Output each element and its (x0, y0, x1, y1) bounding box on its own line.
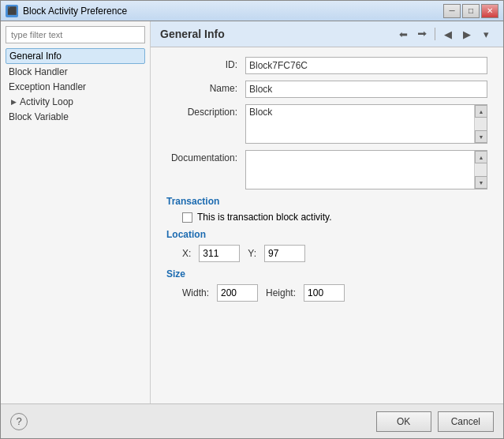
scroll-up-arrow[interactable]: ▲ (475, 151, 487, 163)
documentation-field-wrapper: ▲ ▼ (245, 150, 487, 189)
dropdown-icon[interactable]: ▾ (478, 26, 494, 42)
description-label: Description: (166, 104, 245, 118)
window-icon: ⬛ (6, 5, 18, 17)
scroll-track (475, 163, 487, 176)
id-input[interactable] (245, 57, 487, 74)
expand-arrow-icon: ▶ (9, 97, 18, 107)
sidebar-item-block-handler[interactable]: Block Handler (6, 65, 145, 79)
title-bar: ⬛ Block Activity Preference ─ □ ✕ (1, 1, 503, 21)
transaction-checkbox-row: This is transaction block activity. (166, 212, 487, 223)
close-button[interactable]: ✕ (481, 4, 498, 18)
footer: ? OK Cancel (1, 403, 503, 438)
transaction-checkbox-label: This is transaction block activity. (197, 212, 332, 223)
minimize-button[interactable]: ─ (443, 4, 461, 18)
description-input[interactable]: Block (246, 105, 474, 143)
tree-area: General Info Block Handler Exception Han… (6, 48, 145, 124)
height-label: Height: (266, 287, 296, 298)
sidebar-item-general-info[interactable]: General Info (6, 48, 145, 64)
name-row: Name: (166, 81, 487, 98)
documentation-label: Documentation: (166, 150, 245, 163)
id-label: ID: (166, 57, 245, 70)
sidebar-item-activity-loop[interactable]: ▶ Activity Loop (6, 95, 145, 109)
main-window: ⬛ Block Activity Preference ─ □ ✕ Genera… (0, 0, 504, 439)
back-icon[interactable]: ⬅ (395, 26, 411, 42)
documentation-row: Documentation: ▲ ▼ (166, 150, 487, 189)
separator (435, 28, 435, 40)
sidebar-item-label: Block Handler (9, 66, 68, 77)
content-area: General Info Block Handler Exception Han… (1, 21, 503, 403)
panel-header: General Info ⬅ ⮕ ◀ ▶ ▾ (151, 21, 503, 47)
header-icons: ⬅ ⮕ ◀ ▶ ▾ (395, 26, 494, 42)
panel-title: General Info (160, 28, 225, 40)
name-label: Name: (166, 81, 245, 94)
description-scrollbar: ▲ ▼ (474, 105, 487, 143)
size-section-title: Size (166, 268, 487, 280)
window-title: Block Activity Preference (23, 6, 127, 17)
y-label: Y: (248, 248, 256, 259)
transaction-checkbox[interactable] (182, 212, 192, 223)
y-input[interactable] (264, 245, 305, 262)
title-controls: ─ □ ✕ (443, 4, 498, 18)
height-input[interactable] (304, 284, 345, 302)
x-label: X: (182, 248, 191, 259)
sidebar-item-label: General Info (9, 51, 62, 62)
size-row: Width: Height: (166, 284, 487, 302)
sidebar-item-label: Block Variable (9, 111, 69, 122)
bottom-buttons: OK Cancel (376, 411, 494, 432)
title-bar-left: ⬛ Block Activity Preference (6, 5, 127, 17)
transaction-section-title: Transaction (166, 196, 487, 207)
location-section-title: Location (166, 229, 487, 240)
scroll-track (475, 118, 487, 130)
main-panel: General Info ⬅ ⮕ ◀ ▶ ▾ ID: (151, 21, 503, 403)
width-label: Width: (182, 287, 209, 298)
cancel-button[interactable]: Cancel (438, 411, 494, 432)
x-input[interactable] (199, 245, 240, 262)
sidebar: General Info Block Handler Exception Han… (1, 21, 151, 403)
documentation-scrollbar: ▲ ▼ (474, 151, 487, 189)
sidebar-item-exception-handler[interactable]: Exception Handler (6, 80, 145, 94)
scroll-up-arrow[interactable]: ▲ (475, 105, 487, 118)
description-field-wrapper: Block ▲ ▼ (245, 104, 487, 144)
help-button[interactable]: ? (10, 413, 28, 430)
sidebar-item-block-variable[interactable]: Block Variable (6, 110, 145, 124)
filter-input[interactable] (6, 26, 145, 43)
sidebar-item-label: Exception Handler (9, 81, 86, 92)
right-nav-icon[interactable]: ▶ (459, 26, 475, 42)
location-row: X: Y: (166, 245, 487, 262)
forward-icon[interactable]: ⮕ (414, 26, 430, 42)
ok-button[interactable]: OK (376, 411, 431, 432)
scroll-down-arrow[interactable]: ▼ (475, 176, 487, 189)
name-input[interactable] (245, 81, 487, 98)
documentation-input[interactable] (246, 151, 474, 189)
id-row: ID: (166, 57, 487, 74)
left-nav-icon[interactable]: ◀ (440, 26, 456, 42)
sidebar-item-label: Activity Loop (20, 96, 73, 107)
form-area: ID: Name: Description: Block ▲ (151, 47, 503, 403)
description-row: Description: Block ▲ ▼ (166, 104, 487, 144)
scroll-down-arrow[interactable]: ▼ (475, 130, 487, 143)
width-input[interactable] (217, 284, 258, 302)
maximize-button[interactable]: □ (462, 4, 480, 18)
